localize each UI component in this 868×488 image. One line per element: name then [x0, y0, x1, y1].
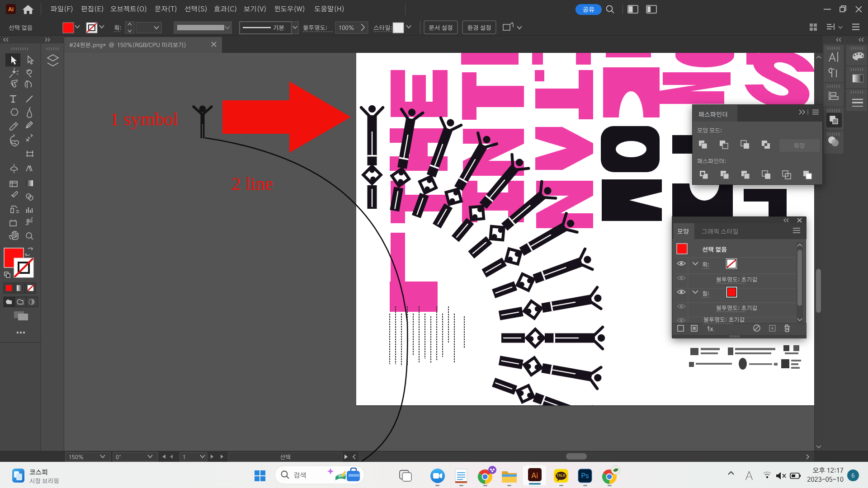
svg-text:Ai: Ai	[8, 6, 14, 13]
